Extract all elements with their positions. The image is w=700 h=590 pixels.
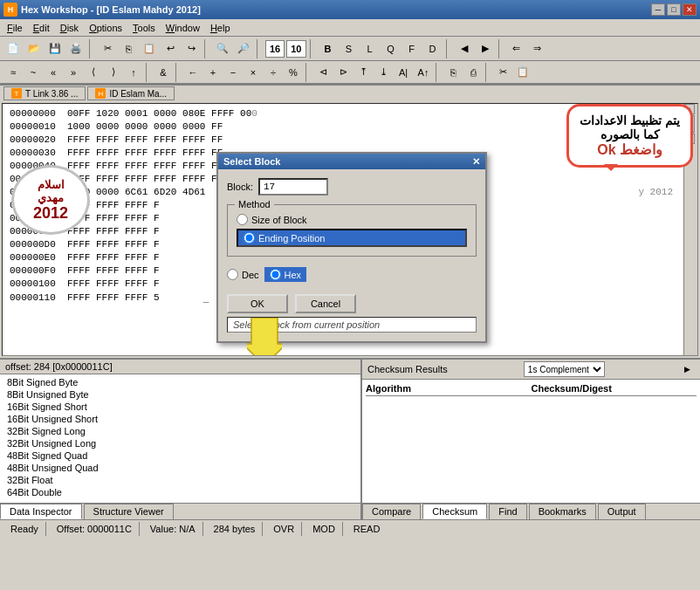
tab-find[interactable]: Find xyxy=(489,504,526,519)
tab-checksum[interactable]: Checksum xyxy=(422,504,487,519)
ending-position-row: Ending Position xyxy=(237,229,467,247)
save-button[interactable]: 💾 xyxy=(45,39,65,58)
menu-edit[interactable]: Edit xyxy=(28,21,55,35)
menu-options[interactable]: Options xyxy=(84,21,127,35)
t2-rrshift[interactable]: ⟩ xyxy=(104,63,123,82)
find-button[interactable]: 🔍 xyxy=(213,39,232,58)
t2-rshift[interactable]: » xyxy=(64,63,83,82)
fwd-button[interactable]: ⇒ xyxy=(528,39,547,58)
checksum-run-button[interactable]: ▶ xyxy=(681,362,695,376)
t2-copy2[interactable]: ⎘ xyxy=(443,63,463,82)
data-item-5[interactable]: 32Bit Unsigned Long xyxy=(0,437,360,449)
size-of-block-label: Size of Block xyxy=(251,215,307,225)
t2-ddown[interactable]: ⤓ xyxy=(374,63,393,82)
findnext-button[interactable]: 🔎 xyxy=(234,39,253,58)
new-button[interactable]: 📄 xyxy=(3,39,23,58)
arabic-line2: كما بالصوره xyxy=(580,127,680,141)
t2-left[interactable]: ⊲ xyxy=(313,63,333,82)
q-button[interactable]: Q xyxy=(381,39,401,58)
t2-back[interactable]: ← xyxy=(183,63,202,82)
l-button[interactable]: L xyxy=(360,39,380,58)
t2-lshift[interactable]: « xyxy=(44,63,63,82)
d-button[interactable]: D xyxy=(423,39,443,58)
t2-aa[interactable]: A↑ xyxy=(414,63,433,82)
undo-button[interactable]: ↩ xyxy=(161,39,180,58)
cut-button[interactable]: ✂ xyxy=(98,39,117,58)
hex-radio[interactable] xyxy=(270,269,281,280)
menu-disk[interactable]: Disk xyxy=(55,21,84,35)
paste-button[interactable]: 📋 xyxy=(140,39,159,58)
t2-div[interactable]: ÷ xyxy=(264,63,283,82)
status-bar: Ready Offset: 0000011C Value: N/A 284 by… xyxy=(0,519,700,537)
data-item-4[interactable]: 32Bit Signed Long xyxy=(0,425,360,437)
menu-tools[interactable]: Tools xyxy=(127,21,161,35)
t2-approx[interactable]: ≈ xyxy=(3,63,23,82)
t2-mod[interactable]: % xyxy=(284,63,303,82)
t2-uup[interactable]: ⤒ xyxy=(353,63,373,82)
data-item-6[interactable]: 48Bit Signed Quad xyxy=(0,449,360,462)
t2-paste2[interactable]: ⎙ xyxy=(463,63,483,82)
ok-button[interactable]: OK xyxy=(227,294,288,313)
t2-plus[interactable]: + xyxy=(203,63,223,82)
menu-file[interactable]: File xyxy=(2,21,28,35)
task-tlink-icon: T xyxy=(11,88,22,99)
menu-window[interactable]: Window xyxy=(161,21,205,35)
print-button[interactable]: 🖨️ xyxy=(66,39,86,58)
t2-up[interactable]: ↑ xyxy=(124,63,143,82)
open-button[interactable]: 📂 xyxy=(24,39,44,58)
left-panel-header: offset: 284 [0x0000011C] xyxy=(0,360,360,374)
close-button[interactable]: ✕ xyxy=(683,3,697,16)
bold-button[interactable]: B xyxy=(319,39,338,58)
minimize-button[interactable]: ─ xyxy=(651,3,665,16)
data-item-3[interactable]: 16Bit Unsigned Short xyxy=(0,413,360,425)
t2-at[interactable]: A| xyxy=(394,63,413,82)
hex-label: Hex xyxy=(285,270,302,280)
tab-data-inspector[interactable]: Data Inspector xyxy=(0,504,82,519)
task-tlink[interactable]: T T Link 3.86 ... xyxy=(3,86,86,100)
data-item-2[interactable]: 16Bit Signed Short xyxy=(0,401,360,413)
redo-button[interactable]: ↪ xyxy=(182,39,201,58)
menu-help[interactable]: Help xyxy=(205,21,236,35)
size-of-block-radio[interactable] xyxy=(237,214,248,225)
t2-minus[interactable]: − xyxy=(223,63,243,82)
t2-tilde[interactable]: ~ xyxy=(24,63,43,82)
t2-sep3 xyxy=(305,63,311,82)
data-item-0[interactable]: 8Bit Signed Byte xyxy=(0,376,360,388)
checksum-select[interactable]: 1s Complement 2s Complement CRC-16 CRC-3… xyxy=(524,361,605,377)
s-button[interactable]: S xyxy=(340,39,359,58)
t2-right[interactable]: ⊳ xyxy=(333,63,353,82)
t2-sep4 xyxy=(436,63,441,82)
name-watermark-bubble: اسلام مهدي 2012 xyxy=(11,165,90,235)
maximize-button[interactable]: □ xyxy=(667,3,681,16)
ending-position-radio[interactable] xyxy=(244,232,255,244)
dec-label: 10 xyxy=(286,40,305,58)
t2-cut2[interactable]: ✂ xyxy=(493,63,512,82)
col-checksum: Checksum/Digest xyxy=(532,383,697,394)
cancel-button[interactable]: Cancel xyxy=(295,294,356,313)
block-value-input[interactable] xyxy=(258,178,328,196)
back-button[interactable]: ⇐ xyxy=(507,39,526,58)
data-item-8[interactable]: 32Bit Float xyxy=(0,474,360,486)
decode-row: Dec Hex xyxy=(227,264,477,285)
dec-radio[interactable] xyxy=(227,269,238,280)
t2-mult[interactable]: × xyxy=(244,63,263,82)
f-button[interactable]: F xyxy=(402,39,422,58)
tab-compare[interactable]: Compare xyxy=(362,504,421,519)
arrow-annotation xyxy=(247,318,282,356)
prev-button[interactable]: ◀ xyxy=(455,39,474,58)
t2-llshift[interactable]: ⟨ xyxy=(84,63,103,82)
t2-amp[interactable]: & xyxy=(154,63,173,82)
copy-button[interactable]: ⎘ xyxy=(119,39,138,58)
data-item-7[interactable]: 48Bit Unsigned Quad xyxy=(0,462,360,474)
tab-bookmarks[interactable]: Bookmarks xyxy=(529,504,596,519)
tab-structure-viewer[interactable]: Structure Viewer xyxy=(84,504,174,519)
dialog-close-button[interactable]: ✕ xyxy=(472,156,480,168)
task-eslam[interactable]: H ID Eslam Ma... xyxy=(87,86,175,100)
tab-output[interactable]: Output xyxy=(598,504,646,519)
data-item-9[interactable]: 64Bit Double xyxy=(0,486,360,498)
next-button[interactable]: ▶ xyxy=(476,39,495,58)
data-item-1[interactable]: 8Bit Unsigned Byte xyxy=(0,388,360,401)
t2-clip[interactable]: 📋 xyxy=(513,63,532,82)
status-value: Value: N/A xyxy=(143,522,203,536)
arabic-line3: واضغط Ok xyxy=(580,141,680,158)
